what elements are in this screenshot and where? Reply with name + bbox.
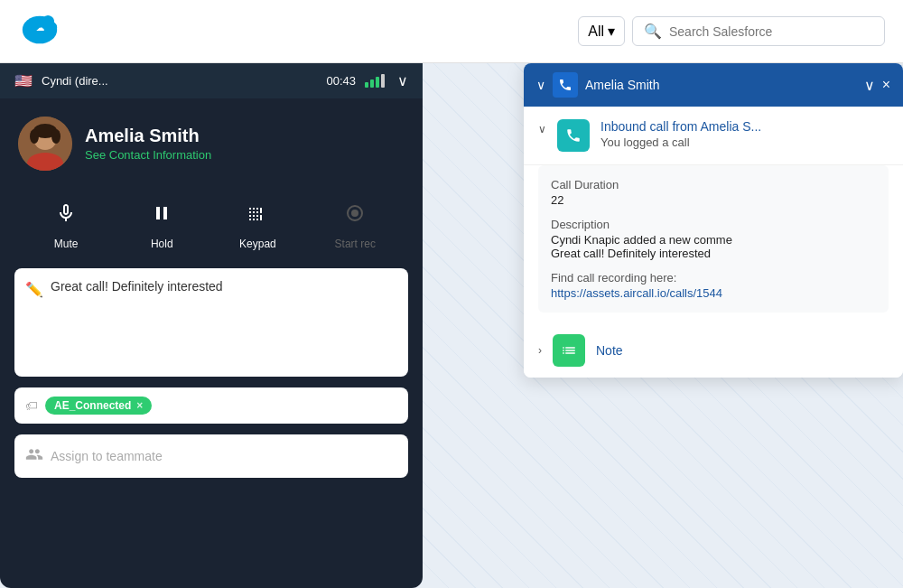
duration-value: 22 [551,193,876,207]
hold-label: Hold [151,238,173,250]
activity-row: ∨ Inbound call from Amelia S... You logg… [524,107,903,165]
keypad-icon [238,194,276,232]
call-controls: Mute Hold Keypad [0,185,423,268]
call-bar: 🇺🇸 Cyndi (dire... 00:43 ∨ [0,63,423,98]
caller-name-short: Cyndi (dire... [42,74,317,88]
cti-phone-icon [553,72,578,98]
keypad-label: Keypad [239,238,276,250]
flag-icon: 🇺🇸 [14,72,33,89]
note-section[interactable]: › Note [524,323,903,378]
cti-header: ∨ Amelia Smith ∨ × [524,63,903,107]
start-rec-label: Start rec [335,238,376,250]
svg-point-6 [30,129,39,144]
mute-icon [47,194,85,232]
description-value: Cyndi Knapic added a new comme Great cal… [551,233,876,260]
activity-title[interactable]: Inbound call from Amelia S... [600,119,889,134]
note-area[interactable]: ✏️ Great call! Definitely interested [14,268,408,377]
svg-point-9 [351,210,358,217]
bar-3 [376,77,379,88]
tag-chip[interactable]: AE_Connected × [45,397,152,415]
cti-minimize-button[interactable]: ∨ [536,78,545,92]
start-rec-button[interactable]: Start rec [335,194,376,250]
svg-text:☁: ☁ [36,23,44,32]
assign-icon [25,445,43,467]
softphone-panel: 🇺🇸 Cyndi (dire... 00:43 ∨ [0,63,423,588]
activity-subtitle: You logged a call [600,135,889,149]
note-section-label: Note [596,343,623,358]
activity-content: Inbound call from Amelia S... You logged… [600,119,889,149]
note-list-icon [553,334,585,367]
description-label: Description [551,218,876,231]
svg-point-7 [51,129,61,144]
mute-button[interactable]: Mute [47,194,85,250]
call-details: Call Duration 22 Description Cyndi Knapi… [538,165,889,313]
signal-bars [365,74,385,88]
minimize-call-button[interactable]: ∨ [397,72,408,89]
activity-expand-icon[interactable]: ∨ [538,123,546,135]
search-icon: 🔍 [644,23,662,40]
note-expand-icon[interactable]: › [538,344,542,357]
bar-4 [381,74,385,88]
dropdown-chevron-icon: ▾ [608,23,615,40]
note-edit-icon: ✏️ [25,281,43,298]
recording-label: Find call recording here: [551,271,876,285]
dropdown-label: All [588,23,604,40]
tag-remove-button[interactable]: × [136,399,143,412]
tag-area: 🏷 AE_Connected × [14,387,408,424]
search-box: 🔍 [632,16,885,46]
cti-close-button[interactable]: × [882,77,890,94]
cti-header-controls: ∨ × [864,77,890,94]
assign-area[interactable]: Assign to teammate [14,434,408,478]
recording-value[interactable]: https://assets.aircall.io/calls/1544 [551,286,876,300]
search-input[interactable] [669,24,873,39]
hold-button[interactable]: Hold [143,194,181,250]
hold-icon [143,194,181,232]
note-content: Great call! Definitely interested [51,279,223,294]
keypad-button[interactable]: Keypad [238,194,276,250]
call-timer: 00:43 [326,74,356,88]
caller-full-name: Amelia Smith [85,126,211,146]
salesforce-logo: ☁ [18,8,61,55]
bar-1 [365,82,368,88]
top-bar: ☁ All ▾ 🔍 [0,0,903,63]
search-dropdown[interactable]: All ▾ [578,16,625,46]
assign-placeholder: Assign to teammate [51,449,163,463]
activity-phone-icon [557,119,590,152]
mute-label: Mute [54,238,79,250]
right-panel: ∨ Amelia Smith ∨ × ∨ [423,63,903,588]
tag-icon: 🏷 [25,398,38,413]
caller-info: Amelia Smith See Contact Information [0,98,423,185]
cti-title: Amelia Smith [585,78,857,92]
start-rec-icon [336,194,374,232]
cti-minimize-icon[interactable]: ∨ [864,77,875,94]
avatar [18,117,72,171]
caller-text: Amelia Smith See Contact Information [85,126,211,162]
tag-label: AE_Connected [54,399,131,412]
duration-label: Call Duration [551,178,876,191]
contact-info-link[interactable]: See Contact Information [85,148,211,162]
search-container: All ▾ 🔍 [578,16,885,46]
bar-2 [370,79,374,88]
cti-body: ∨ Inbound call from Amelia S... You logg… [524,107,903,378]
cti-container: ∨ Amelia Smith ∨ × ∨ [524,63,903,378]
main-content: 🇺🇸 Cyndi (dire... 00:43 ∨ [0,63,903,588]
